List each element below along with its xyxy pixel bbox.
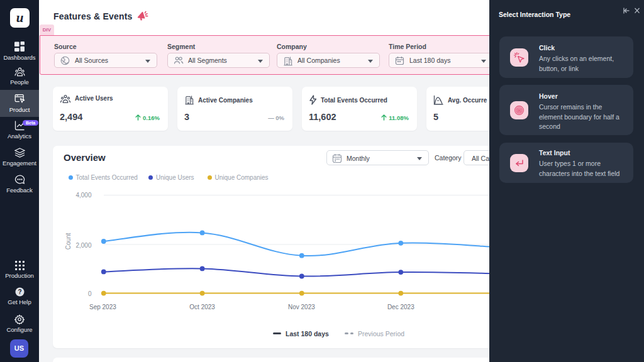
svg-text:Oct 2023: Oct 2023 (189, 304, 215, 310)
svg-text:2,000: 2,000 (75, 242, 91, 249)
svg-text:Count: Count (65, 233, 72, 250)
svg-text:Sep 2023: Sep 2023 (89, 304, 116, 310)
svg-text:Nov 2023: Nov 2023 (288, 304, 315, 310)
svg-text:0: 0 (88, 290, 92, 297)
svg-text:4,000: 4,000 (75, 192, 91, 199)
svg-text:Dec 2023: Dec 2023 (387, 304, 414, 310)
svg-text:?: ? (18, 288, 21, 295)
